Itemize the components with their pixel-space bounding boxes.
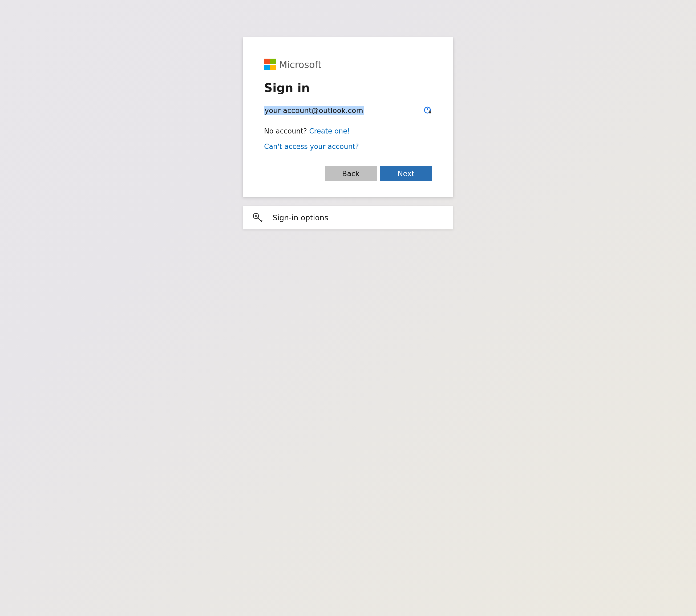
microsoft-logo: Microsoft	[264, 59, 432, 70]
no-account-text: No account? Create one!	[264, 127, 432, 135]
password-manager-icon[interactable]	[424, 107, 432, 114]
email-field[interactable]: your-account@outlook.com	[264, 106, 364, 115]
next-button[interactable]: Next	[380, 166, 432, 181]
cant-access-link[interactable]: Can't access your account?	[264, 143, 432, 151]
signin-options-card[interactable]: Sign-in options	[243, 206, 453, 230]
key-icon	[252, 212, 264, 223]
signin-card: Microsoft Sign in your-account@outlook.c…	[243, 37, 453, 197]
page-title: Sign in	[264, 81, 432, 95]
svg-rect-2	[429, 111, 431, 113]
microsoft-logo-icon	[264, 59, 276, 70]
microsoft-logo-text: Microsoft	[279, 59, 321, 70]
signin-options-label: Sign-in options	[273, 214, 328, 222]
back-button[interactable]: Back	[325, 166, 377, 181]
svg-rect-1	[427, 107, 428, 110]
email-input-wrapper[interactable]: your-account@outlook.com	[264, 104, 432, 117]
button-row: Back Next	[264, 166, 432, 181]
create-account-link[interactable]: Create one!	[309, 127, 350, 135]
no-account-prefix: No account?	[264, 127, 309, 135]
svg-point-4	[255, 215, 257, 217]
